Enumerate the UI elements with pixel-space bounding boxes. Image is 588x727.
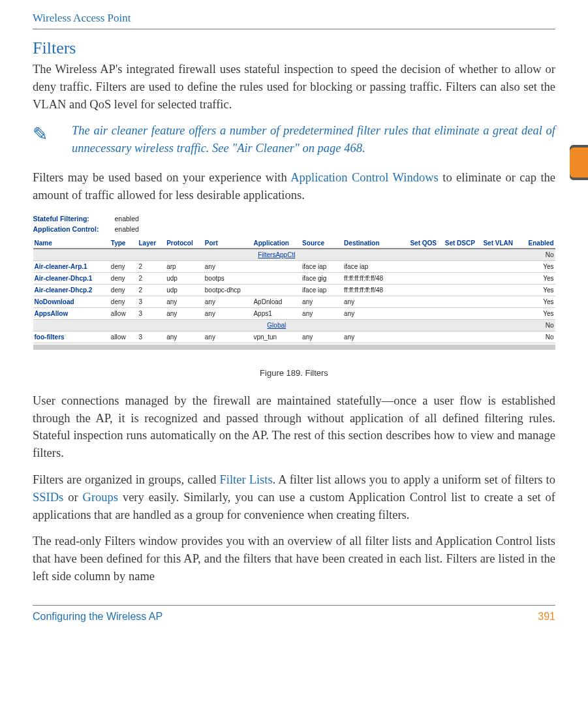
cell-port: bootpc-dhcp — [204, 284, 253, 296]
cell-protocol: any — [165, 331, 204, 343]
kv-value: enabled — [115, 215, 139, 223]
cell-setvlan — [482, 331, 520, 343]
cell-name: foo-filters — [33, 331, 110, 343]
table-row: GlobalNo — [33, 319, 555, 331]
cell-layer: 3 — [137, 307, 165, 319]
cell-setvlan — [482, 272, 520, 284]
cell-port: any — [204, 260, 253, 272]
col-enabled: Enabled — [520, 238, 555, 249]
cell-type: allow — [110, 307, 138, 319]
cell-destination: any — [343, 296, 409, 307]
figure-caption: Figure 189. Filters — [33, 368, 555, 378]
col-application: Application — [252, 238, 301, 249]
figure-screenshot: Stateful Filtering: enabled Application … — [33, 213, 555, 378]
cell-name: NoDownload — [33, 296, 110, 307]
text-fragment: or — [63, 491, 82, 504]
cell-layer: 2 — [137, 272, 165, 284]
cell-type: deny — [110, 284, 138, 296]
cell-layer: 2 — [137, 260, 165, 272]
cell-setqos — [409, 284, 443, 296]
cell-protocol: any — [165, 307, 204, 319]
cell-setdscp — [444, 307, 482, 319]
col-destination: Destination — [343, 238, 409, 249]
footer-page-number: 391 — [538, 611, 555, 623]
table-row: FiltersAppCtlNo — [33, 249, 555, 261]
pencil-icon: ✎ — [33, 122, 72, 157]
running-header: Wireless Access Point — [33, 12, 555, 29]
cell-setqos — [409, 331, 443, 343]
table-row: Air-cleaner-Dhcp.1deny2udpbootpsiface gi… — [33, 272, 555, 284]
table-row: Air-cleaner-Dhcp.2deny2udpbootpc-dhcpifa… — [33, 284, 555, 296]
link-filter-lists[interactable]: Filter Lists — [219, 473, 272, 486]
text-fragment: Filters are organized in groups, called — [33, 473, 219, 486]
cell-destination: ff:ff:ff:ff:ff:ff/48 — [343, 284, 409, 296]
cell-protocol: any — [165, 296, 204, 307]
note-block: ✎ The air cleaner feature offers a numbe… — [33, 122, 555, 157]
cell-port: bootps — [204, 272, 253, 284]
cell-destination: any — [343, 307, 409, 319]
cell-setqos — [409, 307, 443, 319]
cell-setvlan — [482, 260, 520, 272]
paragraph-stateful: User connections managed by the firewall… — [33, 392, 555, 462]
cell-source: iface iap — [301, 284, 343, 296]
table-header-row: Name Type Layer Protocol Port Applicatio… — [33, 238, 555, 249]
link-ssids[interactable]: SSIDs — [33, 491, 63, 504]
col-type: Type — [110, 238, 138, 249]
note-text: The air cleaner feature offers a number … — [72, 122, 555, 157]
cell-application: Apps1 — [252, 307, 301, 319]
cell-destination: ff:ff:ff:ff:ff:ff/48 — [343, 272, 409, 284]
col-setvlan: Set VLAN — [482, 238, 520, 249]
col-setqos: Set QOS — [409, 238, 443, 249]
cell-layer: 3 — [137, 331, 165, 343]
cell-protocol: udp — [165, 272, 204, 284]
cell-port: any — [204, 331, 253, 343]
table-row: AppsAllowallow3anyanyApps1anyanyYes — [33, 307, 555, 319]
cell-enabled: Yes — [520, 272, 555, 284]
cell-type: deny — [110, 296, 138, 307]
cell-setvlan — [482, 284, 520, 296]
footer-section-name: Configuring the Wireless AP — [33, 611, 162, 623]
scrollbar-horizontal[interactable] — [33, 345, 555, 350]
cell-enabled: Yes — [520, 284, 555, 296]
cell-enabled: No — [520, 331, 555, 343]
cell-application — [252, 272, 301, 284]
link-groups[interactable]: Groups — [83, 491, 118, 504]
kv-label: Stateful Filtering: — [33, 215, 115, 223]
cell-setqos — [409, 272, 443, 284]
cell-port: any — [204, 307, 253, 319]
cell-name: Air-cleaner-Dhcp.1 — [33, 272, 110, 284]
col-source: Source — [301, 238, 343, 249]
table-row: foo-filtersallow3anyanyvpn_tunanyanyNo — [33, 331, 555, 343]
page-footer: Configuring the Wireless AP 391 — [33, 605, 555, 623]
page: Wireless Access Point Filters The Wirele… — [0, 0, 588, 629]
cell-setqos — [409, 260, 443, 272]
col-name: Name — [33, 238, 110, 249]
group-name-link[interactable]: Global — [33, 319, 521, 331]
col-protocol: Protocol — [165, 238, 204, 249]
cell-name: AppsAllow — [33, 307, 110, 319]
cell-layer: 2 — [137, 284, 165, 296]
cell-application: ApDnload — [252, 296, 301, 307]
paragraph-appcontrol: Filters may be used based on your experi… — [33, 169, 555, 204]
cell-source: iface iap — [301, 260, 343, 272]
filters-table: Name Type Layer Protocol Port Applicatio… — [33, 238, 555, 343]
text-fragment: Filters may be used based on your experi… — [33, 171, 290, 184]
cell-setvlan — [482, 307, 520, 319]
cell-port: any — [204, 296, 253, 307]
cell-enabled: Yes — [520, 296, 555, 307]
section-title: Filters — [33, 39, 555, 58]
table-row: Air-cleaner-Arp.1deny2arpanyiface iapifa… — [33, 260, 555, 272]
col-layer: Layer — [137, 238, 165, 249]
cell-enabled: Yes — [520, 260, 555, 272]
link-application-control-windows[interactable]: Application Control Windows — [290, 171, 439, 184]
cell-name: Air-cleaner-Dhcp.2 — [33, 284, 110, 296]
group-enabled: No — [520, 319, 555, 331]
cell-setdscp — [444, 331, 482, 343]
group-name-link[interactable]: FiltersAppCtl — [33, 249, 521, 261]
kv-value: enabled — [115, 225, 139, 233]
screenshot: Stateful Filtering: enabled Application … — [33, 213, 555, 350]
cell-setvlan — [482, 296, 520, 307]
cell-application — [252, 284, 301, 296]
cell-setdscp — [444, 284, 482, 296]
paragraph-intro: The Wireless AP's integrated firewall us… — [33, 61, 555, 113]
